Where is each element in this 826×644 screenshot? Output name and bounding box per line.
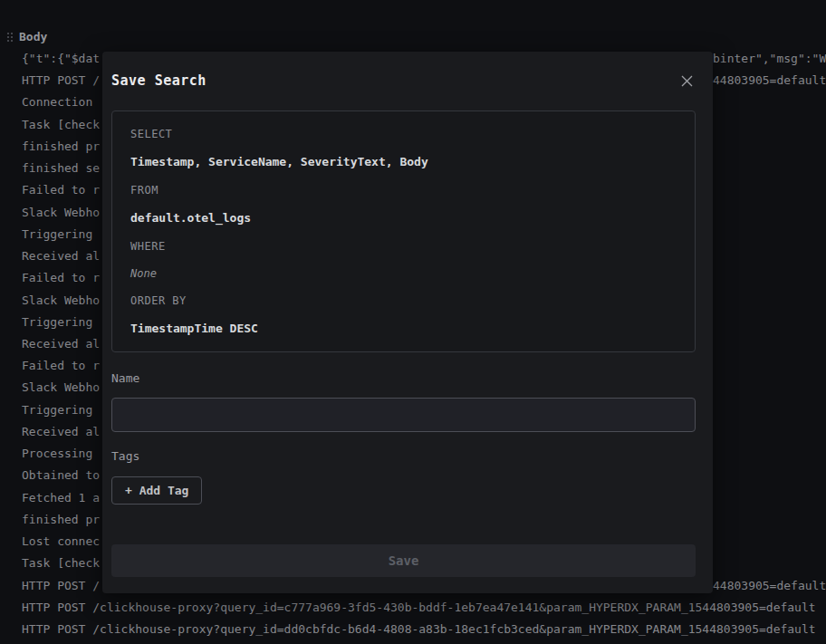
log-row[interactable]: Received al: [22, 424, 100, 440]
log-row[interactable]: Received al: [22, 248, 100, 264]
log-row[interactable]: Failed to r: [22, 358, 100, 374]
log-row[interactable]: Triggering: [22, 226, 92, 243]
log-row[interactable]: {"t":{"$dat: [22, 51, 100, 67]
order-by-label: ORDER BY: [130, 293, 677, 308]
log-row[interactable]: 44803905=default: [713, 578, 826, 594]
modal-title: Save Search: [111, 72, 206, 89]
log-row[interactable]: Obtained to: [22, 467, 100, 484]
where-label: WHERE: [130, 239, 677, 254]
close-button[interactable]: [677, 72, 696, 90]
log-row[interactable]: finished pr: [22, 512, 100, 528]
from-value: default.otel_logs: [130, 210, 677, 226]
order-by-value: TimestampTime DESC: [130, 321, 677, 337]
log-row[interactable]: Task [check: [22, 555, 100, 572]
where-value: None: [130, 266, 677, 281]
log-row[interactable]: Received al: [22, 336, 100, 352]
log-row[interactable]: Lost connec: [22, 533, 100, 550]
drag-handle-icon[interactable]: [7, 33, 13, 42]
name-label: Name: [111, 370, 696, 387]
log-row[interactable]: Slack Webho: [22, 205, 100, 221]
select-label: SELECT: [130, 127, 677, 141]
save-button[interactable]: Save: [111, 544, 696, 577]
save-search-modal: Save Search SELECT Timestamp, ServiceNam…: [102, 52, 713, 593]
log-row[interactable]: binter","msg":"W: [713, 51, 826, 67]
log-row[interactable]: Processing: [22, 446, 92, 462]
log-row[interactable]: Failed to r: [22, 270, 100, 286]
name-input[interactable]: [111, 398, 696, 432]
column-header-body[interactable]: Body: [7, 29, 47, 45]
log-row[interactable]: 44803905=default: [713, 72, 826, 89]
log-row[interactable]: Slack Webho: [22, 293, 100, 309]
log-row[interactable]: finished se: [22, 160, 100, 177]
modal-header: Save Search: [111, 72, 696, 90]
log-row[interactable]: Connection: [22, 94, 92, 111]
log-row[interactable]: HTTP POST /clickhouse-proxy?query_id=c77…: [22, 600, 816, 616]
log-row[interactable]: HTTP POST /: [22, 578, 100, 594]
log-row[interactable]: HTTP POST /: [22, 72, 100, 89]
from-label: FROM: [130, 183, 677, 197]
log-row[interactable]: Triggering: [22, 402, 92, 418]
log-row[interactable]: Fetched 1 a: [22, 490, 100, 506]
close-icon: [680, 74, 694, 88]
log-row[interactable]: Task [check: [22, 117, 100, 133]
log-row[interactable]: Failed to r: [22, 182, 100, 198]
column-header-label: Body: [19, 29, 47, 45]
select-value: Timestamp, ServiceName, SeverityText, Bo…: [130, 154, 677, 170]
log-row[interactable]: HTTP POST /clickhouse-proxy?query_id=dd0…: [22, 621, 816, 638]
query-preview-card: SELECT Timestamp, ServiceName, SeverityT…: [111, 111, 696, 352]
log-row[interactable]: finished pr: [22, 139, 100, 155]
tags-label: Tags: [111, 448, 696, 465]
log-row[interactable]: Triggering: [22, 314, 92, 331]
log-row[interactable]: Slack Webho: [22, 380, 100, 396]
add-tag-button[interactable]: + Add Tag: [111, 476, 202, 505]
